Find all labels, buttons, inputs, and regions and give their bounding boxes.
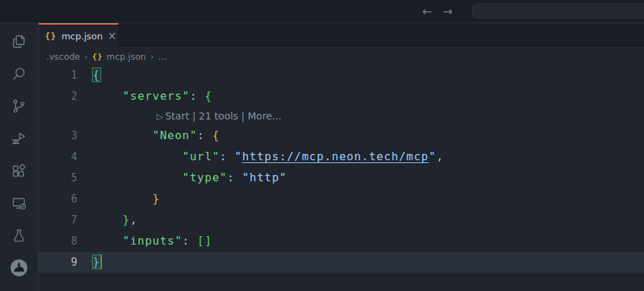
activitybar-item-coderabbit[interactable] xyxy=(0,252,38,284)
code-text: "servers": { xyxy=(93,86,212,107)
code-token: " xyxy=(235,150,242,163)
code-token: } xyxy=(123,213,131,226)
code-line-8[interactable]: 8 "inputs": [] xyxy=(39,231,644,252)
code-token: } xyxy=(152,192,160,205)
code-line-2[interactable]: 2 "servers": { xyxy=(39,86,644,107)
code-line-1[interactable]: 1{ xyxy=(39,65,644,86)
code-token: : xyxy=(183,234,197,247)
title-bar: ← → xyxy=(0,0,644,23)
code-line-7[interactable]: 7 }, xyxy=(39,209,644,231)
code-token: { xyxy=(212,129,220,142)
line-number: 8 xyxy=(39,231,77,252)
chevron-separator-icon: › xyxy=(150,51,154,62)
breadcrumb: .vscode › {} mcp.json › ... xyxy=(39,48,644,65)
play-icon: ▷ xyxy=(157,112,163,122)
activitybar-item-extensions[interactable] xyxy=(0,155,38,187)
code-token: , xyxy=(130,213,138,226)
code-token xyxy=(93,234,123,247)
command-center-search[interactable] xyxy=(472,4,644,18)
line-number: 2 xyxy=(39,86,77,107)
line-number: 6 xyxy=(39,188,77,209)
json-file-icon: {} xyxy=(92,52,103,61)
beaker-icon xyxy=(11,227,27,244)
tab-mcp-json[interactable]: {} mcp.json × xyxy=(39,23,119,48)
code-line-6[interactable]: 6 } xyxy=(39,188,644,209)
code-token xyxy=(93,129,152,142)
code-text: "url": "https://mcp.neon.tech/mcp", xyxy=(93,146,444,167)
history-navigation: ← → xyxy=(422,0,453,22)
close-tab-icon[interactable]: × xyxy=(107,31,117,41)
forward-button[interactable]: → xyxy=(442,6,452,18)
activitybar-item-run-and-debug[interactable] xyxy=(0,122,38,155)
codelens-action[interactable]: 21 tools xyxy=(199,110,238,122)
code-token xyxy=(93,213,123,226)
line-number: 4 xyxy=(39,146,77,167)
code-token: : xyxy=(220,150,235,163)
code-line-5[interactable]: 5 "type": "http" xyxy=(39,167,644,188)
code-text: } xyxy=(93,252,102,273)
codelens-action[interactable]: Start xyxy=(165,110,189,122)
chevron-separator-icon: › xyxy=(84,51,88,62)
line-number: 9 xyxy=(39,252,77,273)
workbench: {} mcp.json × .vscode › {} mcp.json › ..… xyxy=(0,23,644,291)
tab-bar-empty-space xyxy=(119,23,644,48)
matched-bracket: { xyxy=(93,68,100,82)
code-token: "type" xyxy=(183,171,228,184)
codelens: ▷Start | 21 tools | More... xyxy=(39,107,644,125)
json-file-icon: {} xyxy=(45,32,56,41)
codelens-action[interactable]: More... xyxy=(248,110,282,122)
code-line-9[interactable]: 9} xyxy=(39,252,644,273)
run-debug-icon xyxy=(11,130,27,147)
code-token: { xyxy=(205,89,213,103)
code-text: "inputs": [] xyxy=(93,231,212,252)
matched-bracket: } xyxy=(93,255,100,269)
url-link[interactable]: https://mcp.neon.tech/mcp xyxy=(242,150,429,163)
code-token: "servers" xyxy=(123,89,190,103)
code-token xyxy=(93,89,123,103)
tab-label: mcp.json xyxy=(61,31,103,41)
tab-bar: {} mcp.json × xyxy=(39,23,644,48)
code-line-4[interactable]: 4 "url": "https://mcp.neon.tech/mcp", xyxy=(39,146,644,167)
code-token xyxy=(93,192,152,205)
extensions-icon xyxy=(11,162,27,179)
code-token: : xyxy=(197,129,212,142)
code-token: "url" xyxy=(183,150,220,163)
files-icon xyxy=(11,33,27,50)
code-token xyxy=(93,150,183,163)
breadcrumb-label: mcp.json xyxy=(106,51,146,62)
code-token xyxy=(93,171,183,184)
line-number: 5 xyxy=(39,167,77,188)
codelens-separator: | xyxy=(238,110,248,122)
code-text: "type": "http" xyxy=(93,167,287,188)
remote-explorer-icon xyxy=(11,195,27,212)
code-text: } xyxy=(93,188,160,209)
activitybar-item-search[interactable] xyxy=(0,58,38,90)
activity-bar xyxy=(0,23,39,291)
activitybar-item-remote-explorer[interactable] xyxy=(0,187,38,219)
activitybar-item-testing[interactable] xyxy=(0,219,38,252)
code-token: " xyxy=(429,150,437,163)
text-cursor xyxy=(100,254,102,269)
code-text: { xyxy=(93,65,100,86)
activitybar-item-source-control[interactable] xyxy=(0,90,38,122)
activitybar-item-explorer[interactable] xyxy=(0,25,38,58)
code-token: "Neon" xyxy=(152,129,197,142)
editor-group: {} mcp.json × .vscode › {} mcp.json › ..… xyxy=(39,23,644,291)
code-line-3[interactable]: 3 "Neon": { xyxy=(39,125,644,146)
code-text: "Neon": { xyxy=(93,125,220,146)
breadcrumb-item-symbol[interactable]: ... xyxy=(158,51,166,62)
line-number: 1 xyxy=(39,65,77,86)
code-text: }, xyxy=(93,209,138,231)
line-number: 7 xyxy=(39,209,77,231)
search-icon xyxy=(11,65,27,82)
back-button[interactable]: ← xyxy=(422,6,432,18)
source-control-icon xyxy=(11,98,27,115)
line-number: 3 xyxy=(39,125,77,146)
coderabbit-icon xyxy=(9,258,29,278)
code-editor[interactable]: 1{2 "servers": {▷Start | 21 tools | More… xyxy=(39,65,644,273)
breadcrumb-item-mcp-json[interactable]: {} mcp.json xyxy=(92,51,146,62)
breadcrumb-item-vscode[interactable]: .vscode xyxy=(46,51,80,62)
code-token: [] xyxy=(197,234,212,247)
code-token: : xyxy=(227,171,242,184)
code-token: "inputs" xyxy=(123,234,183,247)
